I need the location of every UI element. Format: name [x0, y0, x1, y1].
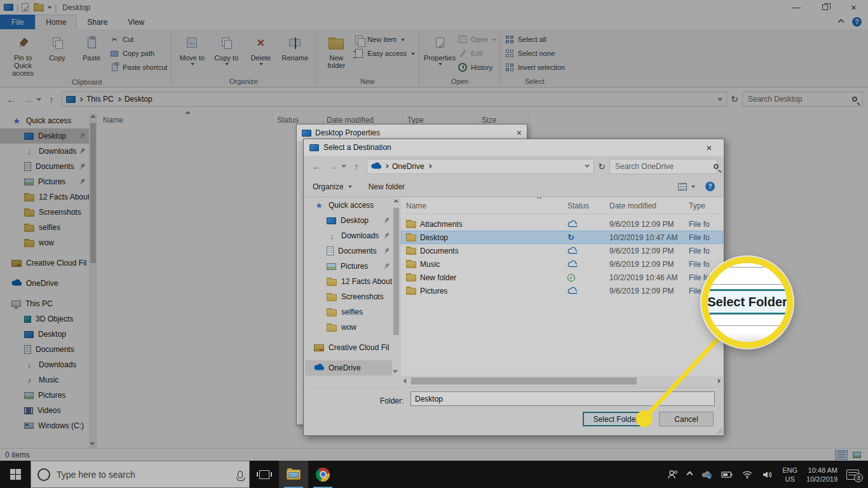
dialog-item-12-facts[interactable]: 12 Facts About L — [305, 274, 392, 289]
hidden-icons-chevron-icon[interactable] — [683, 461, 696, 488]
paste-button[interactable]: Paste — [75, 30, 108, 72]
sidebar-item-12-facts[interactable]: 12 Facts About L — [0, 189, 89, 205]
refresh-icon[interactable]: ↻ — [731, 94, 738, 104]
scroll-up-icon[interactable] — [89, 113, 97, 121]
dialog-title-bar[interactable]: Select a Destination × — [304, 139, 724, 156]
dialog-item-downloads[interactable]: ↓Downloads — [305, 228, 392, 243]
sidebar-item-downloads[interactable]: ↓Downloads — [0, 144, 89, 159]
sidebar-item-screenshots[interactable]: Screenshots — [0, 205, 89, 220]
move-to-button[interactable]: Move to — [175, 30, 208, 72]
taskbar-search-input[interactable] — [57, 470, 231, 480]
file-explorer-taskbar-button[interactable] — [279, 461, 308, 488]
dialog-item-desktop[interactable]: Desktop — [305, 213, 392, 228]
dialog-item-screenshots[interactable]: Screenshots — [305, 289, 392, 304]
dialog-item-wow[interactable]: wow — [305, 320, 392, 335]
cancel-button[interactable]: Cancel — [659, 412, 714, 426]
tab-view[interactable]: View — [118, 15, 154, 29]
breadcrumb[interactable]: This PC Desktop — [62, 92, 727, 107]
wifi-icon[interactable] — [737, 461, 757, 488]
language-indicator[interactable]: ENG US — [778, 461, 802, 488]
rename-button[interactable]: Rename — [278, 30, 311, 72]
dialog-item-selfies[interactable]: selfies — [305, 304, 392, 320]
microphone-icon[interactable] — [238, 471, 243, 478]
folder-input[interactable] — [410, 391, 715, 406]
breadcrumb-root[interactable]: This PC — [86, 95, 114, 104]
sidebar-item-documents[interactable]: Documents — [0, 159, 89, 174]
taskbar-search[interactable] — [31, 461, 250, 488]
dialog-up-icon[interactable]: ↑ — [350, 161, 363, 172]
open-button[interactable]: Open — [458, 34, 496, 45]
sidebar-item-pictures-pc[interactable]: Pictures — [0, 388, 89, 403]
help-icon[interactable]: ? — [852, 17, 862, 27]
tab-home[interactable]: Home — [35, 15, 77, 29]
resize-grip[interactable] — [716, 428, 722, 434]
dialog-column-status[interactable]: Status — [560, 198, 609, 214]
task-view-button[interactable] — [250, 461, 279, 488]
dialog-column-type[interactable]: Type — [689, 198, 723, 214]
collapse-ribbon-icon[interactable] — [838, 19, 844, 25]
sidebar-item-desktop[interactable]: Desktop — [0, 128, 89, 144]
dialog-forward-icon[interactable]: → — [327, 161, 339, 172]
folder-qat-icon[interactable] — [34, 4, 44, 11]
file-row-new-folder[interactable]: New folder ✓ 10/2/2019 10:46 AM File fo — [401, 271, 723, 284]
select-none-button[interactable]: Select none — [505, 48, 565, 59]
copy-button[interactable]: Copy — [41, 30, 74, 72]
dialog-breadcrumb-root[interactable]: OneDrive — [392, 162, 424, 171]
battery-icon[interactable] — [717, 461, 737, 488]
clock[interactable]: 10:48 AM 10/2/2019 — [802, 461, 842, 488]
dialog-column-name[interactable]: Name — [401, 198, 560, 214]
back-icon[interactable]: ← — [5, 94, 18, 105]
scroll-right-icon[interactable] — [714, 379, 723, 383]
tab-share[interactable]: Share — [77, 15, 118, 29]
dialog-recent-locations-icon[interactable] — [342, 163, 346, 168]
sidebar-item-onedrive[interactable]: OneDrive — [0, 276, 89, 291]
dialog-refresh-icon[interactable]: ↻ — [598, 161, 606, 172]
dialog-item-creative-cloud[interactable]: Creative Cloud Fil — [305, 340, 392, 355]
people-icon[interactable] — [663, 461, 683, 488]
sidebar-item-desktop-pc[interactable]: Desktop — [0, 327, 89, 342]
sidebar-item-pictures[interactable]: Pictures — [0, 174, 89, 189]
close-button[interactable]: × — [839, 0, 868, 15]
restore-button[interactable] — [811, 0, 839, 15]
search-input[interactable] — [748, 95, 852, 104]
recent-locations-icon[interactable] — [37, 96, 41, 100]
breadcrumb-leaf[interactable]: Desktop — [125, 95, 153, 104]
file-row-attachments[interactable]: Attachments 9/6/2019 12:09 PM File fo — [401, 217, 723, 231]
copy-to-button[interactable]: Copy to — [210, 30, 243, 72]
scroll-down-icon[interactable] — [89, 440, 97, 448]
tab-file[interactable]: File — [0, 15, 35, 29]
cut-button[interactable]: ✂Cut — [109, 34, 167, 45]
sidebar-item-quick-access[interactable]: ★Quick access — [0, 113, 89, 128]
dialog-item-pictures[interactable]: Pictures — [305, 259, 392, 274]
properties-button[interactable]: Properties — [423, 30, 456, 72]
history-button[interactable]: History — [458, 62, 496, 73]
scroll-left-icon[interactable] — [401, 379, 410, 383]
sidebar-item-documents-pc[interactable]: Documents — [0, 342, 89, 357]
sidebar-item-selfies[interactable]: selfies — [0, 220, 89, 235]
volume-icon[interactable] — [757, 461, 778, 488]
scroll-up-icon[interactable] — [392, 198, 400, 206]
invert-selection-button[interactable]: Invert selection — [505, 62, 565, 73]
chrome-taskbar-button[interactable] — [308, 461, 337, 488]
pin-to-quick-access-button[interactable]: Pin to Quick access — [6, 30, 39, 77]
dialog-item-quick-access[interactable]: ★Quick access — [305, 198, 392, 213]
sidebar-item-windows-c[interactable]: Windows (C:) — [0, 418, 89, 433]
start-button[interactable] — [0, 461, 31, 488]
dialog-item-onedrive[interactable]: OneDrive — [305, 360, 392, 376]
sidebar-item-creative-cloud[interactable]: Creative Cloud Fil — [0, 255, 89, 271]
address-dropdown-icon[interactable] — [718, 96, 722, 100]
dialog-back-icon[interactable]: ← — [310, 161, 323, 172]
dialog-breadcrumb[interactable]: OneDrive — [367, 159, 594, 174]
sidebar-item-wow[interactable]: wow — [0, 235, 89, 250]
onedrive-tray-icon[interactable]: ↻ — [696, 461, 717, 488]
qat-dropdown-icon[interactable] — [48, 6, 51, 11]
new-folder-button[interactable]: New folder — [320, 30, 353, 72]
select-folder-button[interactable]: Select Folder — [583, 412, 649, 426]
thumbnail-view-button[interactable] — [850, 450, 863, 460]
sidebar-item-music[interactable]: ♪Music — [0, 372, 89, 388]
select-all-button[interactable]: Select all — [505, 34, 565, 45]
details-view-button[interactable] — [835, 450, 848, 460]
edit-button[interactable]: Edit — [458, 48, 496, 59]
search-icon[interactable] — [714, 164, 719, 169]
dialog-horizontal-scrollbar[interactable] — [401, 376, 723, 386]
